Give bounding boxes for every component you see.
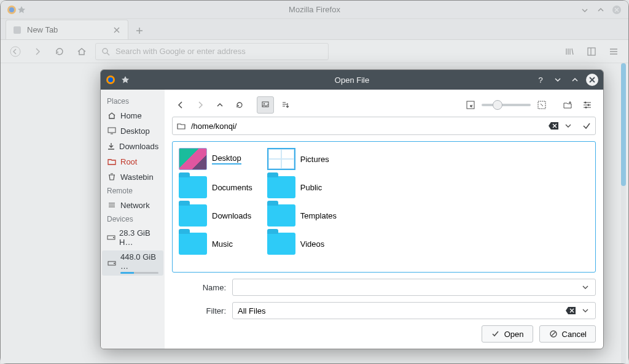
chevron-down-icon[interactable] [580,306,590,316]
folder-icon [267,233,295,255]
sidebar-item-label: Wastebin [120,172,154,182]
firefox-window: Mozilla Firefox New Tab Search with Goog… [0,0,629,364]
up-button[interactable] [211,96,229,114]
icon-view-button[interactable] [257,96,274,114]
folder-icon [176,121,186,131]
folder-icon [267,176,295,198]
desktop-thumbnail-icon [179,148,207,170]
sidebar-item-wastebin[interactable]: Wastebin [102,170,163,184]
file-item-label: Documents [212,183,252,192]
places-panel: Places Home Desktop Downloads Root Waste… [101,90,165,349]
sidebar-item-label: 28.3 GiB H… [119,228,158,247]
devices-section-label: Devices [102,214,163,225]
sidebar-item-device-1[interactable]: 28.3 GiB H… [102,227,163,249]
trash-icon [107,172,117,182]
filter-label: Filter: [172,306,226,316]
svg-point-20 [588,104,590,106]
file-item-label: Public [300,183,322,192]
svg-point-19 [585,102,587,104]
sort-button[interactable] [276,96,294,114]
svg-point-12 [113,237,114,238]
zoom-in-icon[interactable] [533,96,550,114]
sidebar-item-label: Root [120,157,137,166]
drive-icon [107,233,115,242]
settings-button[interactable] [579,96,596,114]
folder-icon [179,176,207,198]
file-item-label: Templates [300,211,337,220]
file-item-documents[interactable]: Documents [179,176,252,198]
file-item-desktop[interactable]: Desktop [179,148,252,170]
file-item-label: Desktop [212,153,241,165]
close-icon[interactable] [586,74,598,86]
file-item-public[interactable]: Public [267,176,337,198]
folder-icon [267,204,295,227]
file-item-videos[interactable]: Videos [267,233,337,255]
svg-rect-10 [108,128,115,133]
button-label: Open [504,330,524,339]
sidebar-item-network[interactable]: Network [102,198,163,212]
file-item-music[interactable]: Music [179,233,252,255]
path-bar[interactable] [172,117,596,135]
name-field[interactable] [232,279,596,296]
clear-icon[interactable] [566,306,576,316]
chevron-down-icon[interactable] [563,121,573,131]
dialog-title: Open File [101,76,603,85]
new-folder-button[interactable] [559,96,576,114]
sidebar-item-label: Network [120,201,150,210]
file-view[interactable]: Desktop Documents Downloads Music Pictur… [172,141,596,273]
open-file-dialog: Open File ? Places Home Desktop Download… [100,69,604,349]
file-item-pictures[interactable]: Pictures [267,148,337,170]
dialog-toolbar [172,95,596,115]
clear-icon[interactable] [549,121,558,131]
network-icon [107,200,117,210]
drive-icon [107,258,117,268]
filter-field[interactable]: All Files [232,302,596,319]
sidebar-item-device-2[interactable]: 448.0 GiB … [102,250,163,276]
folder-icon [107,157,117,166]
pin-icon[interactable] [120,75,130,85]
dialog-titlebar: Open File ? [101,70,603,90]
sidebar-item-desktop[interactable]: Desktop [102,124,163,137]
folder-icon [179,204,207,227]
file-item-label: Videos [300,239,325,249]
back-button[interactable] [172,96,189,114]
filter-value: All Files [238,306,266,316]
sidebar-item-label: 448.0 GiB … [120,252,158,271]
file-item-downloads[interactable]: Downloads [179,204,252,227]
cancel-button[interactable]: Cancel [539,325,596,343]
sidebar-item-downloads[interactable]: Downloads [102,139,163,153]
home-icon [107,110,117,120]
file-item-templates[interactable]: Templates [267,204,337,227]
svg-point-9 [108,77,113,82]
usage-bar [120,272,158,274]
open-button[interactable]: Open [482,325,533,343]
file-item-label: Downloads [212,211,251,220]
path-input[interactable] [191,122,544,131]
desktop-icon [107,126,117,136]
minimize-icon[interactable] [552,74,564,86]
pictures-thumbnail-icon [267,148,295,170]
chevron-down-icon[interactable] [580,282,590,292]
checkmark-icon [491,329,501,339]
zoom-slider[interactable] [482,104,531,106]
sidebar-item-root[interactable]: Root [102,155,163,168]
button-label: Cancel [562,330,587,339]
file-item-label: Pictures [300,155,329,164]
svg-point-16 [264,103,265,104]
file-item-label: Music [212,239,233,249]
cancel-icon [549,329,558,339]
remote-section-label: Remote [102,185,163,196]
forward-button[interactable] [192,96,209,114]
name-input[interactable] [238,283,576,292]
svg-point-21 [585,107,587,109]
places-section-label: Places [102,96,163,107]
download-icon [107,141,115,151]
sidebar-item-label: Desktop [120,126,150,136]
checkmark-icon[interactable] [582,121,592,131]
maximize-icon[interactable] [569,74,581,86]
zoom-out-icon[interactable] [462,96,479,114]
sidebar-item-home[interactable]: Home [102,109,163,122]
help-icon[interactable]: ? [534,74,547,86]
reload-button[interactable] [231,96,248,114]
folder-icon [179,233,207,255]
